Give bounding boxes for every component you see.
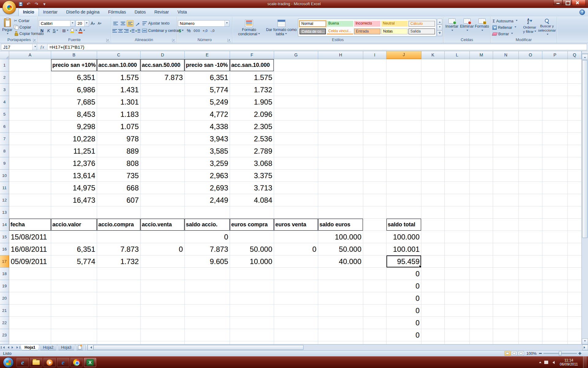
cell-O20[interactable] xyxy=(519,292,542,305)
cell-G1[interactable] xyxy=(274,59,318,71)
align-top-button[interactable] xyxy=(112,20,119,27)
cell-B20[interactable] xyxy=(51,292,97,305)
orientation-button[interactable] xyxy=(134,20,141,27)
cell-I10[interactable] xyxy=(363,170,386,182)
scroll-left-button[interactable] xyxy=(88,345,93,350)
row-header-14[interactable]: 14 xyxy=(0,219,9,231)
cell-K5[interactable] xyxy=(421,108,445,121)
cell-J10[interactable] xyxy=(386,170,421,182)
cell-A20[interactable] xyxy=(9,292,51,305)
cell-H10[interactable] xyxy=(318,170,363,182)
tab-formulas[interactable]: Fórmulas xyxy=(104,8,130,16)
taskbar-ie2-button[interactable]: e xyxy=(57,358,69,367)
cell-O13[interactable] xyxy=(519,206,542,219)
cell-O2[interactable] xyxy=(519,71,542,84)
style-buena[interactable]: Buena xyxy=(327,21,353,27)
cell-L22[interactable] xyxy=(445,317,470,329)
name-box-caret-icon[interactable] xyxy=(32,44,37,50)
cell-D20[interactable] xyxy=(141,292,185,305)
cell-Q9[interactable] xyxy=(568,157,582,170)
font-color-button[interactable]: A xyxy=(78,28,85,34)
wrap-text-button[interactable]: Ajustar texto xyxy=(141,20,170,27)
cell-J1[interactable] xyxy=(386,59,421,71)
cell-H6[interactable] xyxy=(318,121,363,133)
cell-H13[interactable] xyxy=(318,206,363,219)
cell-K13[interactable] xyxy=(421,206,445,219)
cell-Q18[interactable] xyxy=(568,268,582,280)
cell-H12[interactable] xyxy=(318,194,363,206)
cell-E11[interactable]: 2,693 xyxy=(185,182,230,194)
cell-K-filler[interactable] xyxy=(421,341,445,344)
cell-P10[interactable] xyxy=(542,170,568,182)
cell-G19[interactable] xyxy=(274,280,318,292)
cell-A13[interactable] xyxy=(9,206,51,219)
cell-H3[interactable] xyxy=(318,84,363,96)
insert-function-button[interactable]: ƒx xyxy=(37,44,47,50)
cell-M18[interactable] xyxy=(470,268,493,280)
cell-E3[interactable]: 5,774 xyxy=(185,84,230,96)
cell-C2[interactable]: 1.575 xyxy=(97,71,141,84)
cell-J20[interactable]: 0 xyxy=(386,292,421,305)
cell-G-filler[interactable] xyxy=(274,341,318,344)
cell-P12[interactable] xyxy=(542,194,568,206)
cell-K18[interactable] xyxy=(421,268,445,280)
cell-K14[interactable] xyxy=(421,219,445,231)
cell-Q17[interactable] xyxy=(568,255,582,268)
cell-J19[interactable]: 0 xyxy=(386,280,421,292)
row-header-21[interactable]: 21 xyxy=(0,305,9,317)
row-header-24[interactable] xyxy=(0,341,9,344)
cell-P14[interactable] xyxy=(542,219,568,231)
cell-D14[interactable]: accio.venta xyxy=(141,219,185,231)
cell-E13[interactable] xyxy=(185,206,230,219)
cell-N23[interactable] xyxy=(493,329,519,341)
volume-icon[interactable] xyxy=(551,361,555,364)
autosum-button[interactable]: ΣAutosuma xyxy=(492,18,521,24)
row-header-8[interactable]: 8 xyxy=(0,145,9,157)
normal-view-button[interactable] xyxy=(504,351,511,356)
cell-M4[interactable] xyxy=(470,96,493,108)
cell-N14[interactable] xyxy=(493,219,519,231)
cell-C4[interactable]: 1.301 xyxy=(97,96,141,108)
cell-L5[interactable] xyxy=(445,108,470,121)
cell-O14[interactable] xyxy=(519,219,542,231)
cell-Q1[interactable] xyxy=(568,59,582,71)
cell-C14[interactable]: accio.compra xyxy=(97,219,141,231)
cell-N18[interactable] xyxy=(493,268,519,280)
cell-Q20[interactable] xyxy=(568,292,582,305)
style-celda-vinculada[interactable]: Celda vincul... xyxy=(327,29,353,34)
cell-A2[interactable] xyxy=(9,71,51,84)
cell-L19[interactable] xyxy=(445,280,470,292)
cell-J18[interactable]: 0 xyxy=(386,268,421,280)
cell-B12[interactable]: 16,473 xyxy=(51,194,97,206)
cell-D2[interactable]: 7.873 xyxy=(141,71,185,84)
cell-A11[interactable] xyxy=(9,182,51,194)
cell-L15[interactable] xyxy=(445,231,470,243)
cell-J7[interactable] xyxy=(386,133,421,145)
cell-M10[interactable] xyxy=(470,170,493,182)
conditional-formatting-button[interactable]: Formato condicional xyxy=(233,19,265,36)
cell-B17[interactable]: 5,774 xyxy=(51,255,97,268)
cell-Q2[interactable] xyxy=(568,71,582,84)
zoom-in-button[interactable] xyxy=(579,352,581,355)
cell-D7[interactable] xyxy=(141,133,185,145)
cell-M2[interactable] xyxy=(470,71,493,84)
cell-A21[interactable] xyxy=(9,305,51,317)
cell-D3[interactable] xyxy=(141,84,185,96)
cell-O22[interactable] xyxy=(519,317,542,329)
cell-H7[interactable] xyxy=(318,133,363,145)
tab-inicio[interactable]: Inicio xyxy=(18,8,39,16)
zoom-slider-thumb[interactable] xyxy=(559,351,562,356)
cell-F1[interactable]: acc.san.10.000 xyxy=(230,59,274,71)
taskbar-ie-button[interactable]: e xyxy=(17,358,29,367)
cell-I23[interactable] xyxy=(363,329,386,341)
cell-H15[interactable]: 100.000 xyxy=(318,231,363,243)
cell-I22[interactable] xyxy=(363,317,386,329)
paste-button[interactable]: Pegar xyxy=(2,17,13,37)
cell-B5[interactable]: 8,453 xyxy=(51,108,97,121)
cell-K9[interactable] xyxy=(421,157,445,170)
taskbar-chrome-button[interactable] xyxy=(70,358,83,367)
cell-G12[interactable] xyxy=(274,194,318,206)
cell-N3[interactable] xyxy=(493,84,519,96)
cell-H21[interactable] xyxy=(318,305,363,317)
alignment-dialog-launcher[interactable] xyxy=(172,39,175,42)
